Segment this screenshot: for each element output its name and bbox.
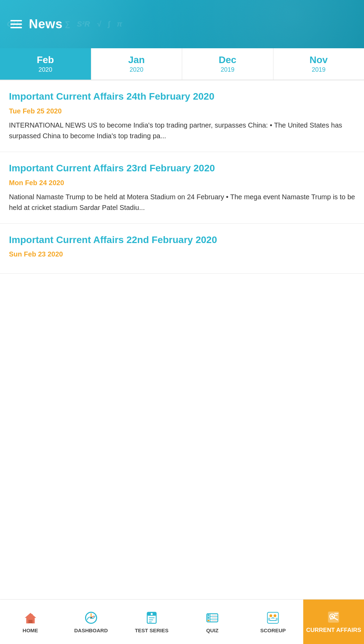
header-title: News: [29, 17, 63, 31]
article-3: Important Current Affairs 22nd February …: [0, 224, 364, 274]
tab-nov2019-month: Nov: [310, 54, 328, 66]
bottom-nav: HOME DASHBOARD TEST SERIES: [0, 599, 364, 644]
nav-quiz[interactable]: QUIZ: [182, 600, 243, 644]
articles-container: Important Current Affairs 24th February …: [0, 80, 364, 322]
svg-rect-32: [334, 613, 339, 614]
svg-rect-26: [276, 618, 278, 621]
tab-jan2020-year: 2020: [129, 66, 143, 73]
nav-scoreup-label: SCOREUP: [260, 627, 286, 634]
tab-dec2019-year: 2019: [221, 66, 235, 73]
tab-dec2019[interactable]: Dec 2019: [182, 48, 273, 80]
home-icon: [23, 610, 38, 625]
svg-rect-25: [268, 618, 270, 621]
svg-rect-17: [208, 620, 210, 621]
article-2-title[interactable]: Important Current Affairs 23rd February …: [9, 162, 355, 175]
svg-rect-29: [330, 618, 332, 620]
nav-scoreup[interactable]: SCOREUP: [243, 600, 303, 644]
article-2: Important Current Affairs 23rd February …: [0, 152, 364, 224]
nav-dashboard[interactable]: DASHBOARD: [61, 600, 121, 644]
tab-feb2020[interactable]: Feb 2020: [0, 48, 91, 80]
nav-current-affairs-label: CURRENT AFFAIRS: [306, 627, 361, 634]
article-3-date: Sun Feb 23 2020: [9, 250, 355, 258]
quiz-icon: [205, 610, 220, 625]
tab-dec2019-month: Dec: [219, 54, 236, 66]
tab-nov2019[interactable]: Nov 2019: [273, 48, 364, 80]
svg-rect-1: [28, 620, 32, 623]
nav-test-series-label: TEST SERIES: [135, 627, 169, 634]
svg-point-23: [274, 614, 277, 617]
svg-rect-33: [334, 615, 338, 616]
tab-feb2020-year: 2020: [39, 66, 52, 73]
nav-test-series[interactable]: TEST SERIES: [121, 600, 182, 644]
nav-current-affairs[interactable]: CURRENT AFFAIRS: [303, 600, 364, 644]
article-3-title[interactable]: Important Current Affairs 22nd February …: [9, 233, 355, 246]
svg-rect-15: [208, 614, 210, 616]
test-series-icon: [144, 610, 159, 625]
article-1-title[interactable]: Important Current Affairs 24th February …: [9, 90, 355, 103]
article-2-date: Mon Feb 24 2020: [9, 179, 355, 187]
svg-point-22: [270, 614, 272, 617]
dashboard-icon: [83, 610, 98, 625]
menu-icon[interactable]: [10, 20, 22, 28]
month-tabs: Feb 2020 Jan 2020 Dec 2019 Nov 2019: [0, 48, 364, 80]
svg-point-31: [331, 615, 333, 617]
svg-rect-16: [208, 617, 210, 618]
tab-nov2019-year: 2019: [312, 66, 325, 73]
article-1-excerpt: INTERNATIONAL NEWS US to become India's …: [9, 120, 355, 141]
current-affairs-icon: [326, 610, 341, 625]
article-2-excerpt: National Namaste Trump to be held at Mot…: [9, 192, 355, 213]
nav-home-label: HOME: [23, 627, 38, 634]
article-1: Important Current Affairs 24th February …: [0, 80, 364, 152]
tab-jan2020[interactable]: Jan 2020: [91, 48, 183, 80]
tab-jan2020-month: Jan: [128, 54, 145, 66]
nav-dashboard-label: DASHBOARD: [74, 627, 108, 634]
header: OH₂H-C-C-H∑S²R√∫π News: [0, 0, 364, 48]
nav-home[interactable]: HOME: [0, 600, 61, 644]
scoreup-icon: [266, 610, 281, 625]
tab-feb2020-month: Feb: [37, 54, 54, 66]
svg-point-7: [150, 613, 153, 615]
article-1-date: Tue Feb 25 2020: [9, 107, 355, 115]
nav-quiz-label: QUIZ: [206, 627, 219, 634]
